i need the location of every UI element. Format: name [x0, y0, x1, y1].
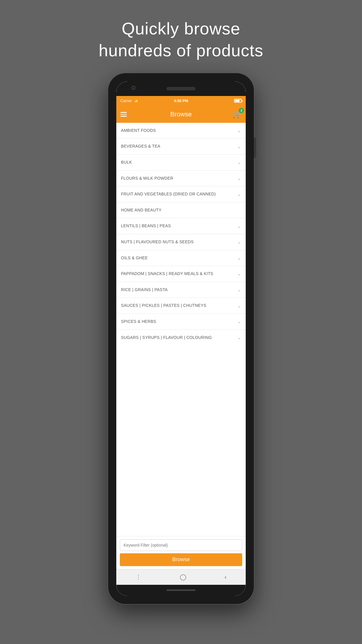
battery-icon	[234, 99, 242, 103]
hamburger-line-3	[120, 116, 127, 117]
nav-back-icon[interactable]: ‹	[224, 574, 226, 580]
category-label: HOME AND BEAUTY	[121, 207, 241, 213]
chevron-down-icon: ⌄	[237, 239, 241, 245]
hamburger-button[interactable]	[120, 112, 127, 117]
chevron-down-icon: ⌄	[237, 271, 241, 276]
status-time: 4:50 PM	[174, 99, 188, 103]
category-item[interactable]: FLOURS & MILK POWDER⌄	[116, 171, 246, 187]
category-item[interactable]: SUGARS | SYRUPS | FLAVOUR | COLOURING⌄	[116, 330, 246, 346]
phone-screen: Carrier 📶 4:50 PM Browse 🛒 3	[116, 81, 246, 596]
category-label: SPICES & HERBS	[121, 319, 237, 325]
chevron-down-icon: ⌄	[237, 128, 241, 133]
header-title: Browse	[170, 111, 191, 118]
category-item[interactable]: FRUIT AND VEGETABLES (DRIED OR CANNED)⌄	[116, 186, 246, 202]
chevron-down-icon: ⌄	[237, 335, 241, 340]
bottom-nav: ⋮ ◯ ‹	[116, 569, 246, 585]
category-item[interactable]: SAUCES | PICKLES | PASTES | CHUTNEYS⌄	[116, 298, 246, 314]
chevron-down-icon: ⌄	[237, 319, 241, 324]
chevron-down-icon: ⌄	[237, 255, 241, 261]
category-list: AMBIENT FOODS⌄BEVERAGES & TEA⌄BULK⌄FLOUR…	[116, 123, 246, 536]
category-item[interactable]: AMBIENT FOODS⌄	[116, 123, 246, 139]
category-label: RICE | GRAINS | PASTA	[121, 287, 237, 293]
chevron-down-icon: ⌄	[237, 176, 241, 181]
phone-camera	[131, 86, 136, 90]
category-item[interactable]: BEVERAGES & TEA⌄	[116, 139, 246, 155]
hamburger-line-2	[120, 114, 127, 115]
category-item[interactable]: LENTILS | BEANS | PEAS⌄	[116, 218, 246, 234]
category-label: BULK	[121, 160, 237, 165]
nav-recents-icon[interactable]: ⋮	[136, 573, 141, 580]
page-title-container: Quickly browse hundreds of products	[87, 0, 275, 73]
status-left: Carrier 📶	[120, 99, 138, 103]
category-item[interactable]: BULK⌄	[116, 155, 246, 171]
keyword-input[interactable]	[120, 539, 242, 551]
chevron-down-icon: ⌄	[237, 160, 241, 165]
category-label: AMBIENT FOODS	[121, 128, 237, 134]
category-label: FLOURS & MILK POWDER	[121, 176, 237, 181]
category-item[interactable]: RICE | GRAINS | PASTA⌄	[116, 282, 246, 298]
category-label: OILS & GHEE	[121, 255, 237, 261]
category-item[interactable]: SPICES & HERBS⌄	[116, 314, 246, 330]
page-title: Quickly browse hundreds of products	[99, 18, 263, 62]
phone-frame: Carrier 📶 4:50 PM Browse 🛒 3	[108, 73, 254, 604]
phone-top-decoration	[116, 81, 246, 96]
category-label: SUGARS | SYRUPS | FLAVOUR | COLOURING	[121, 335, 237, 341]
category-label: BEVERAGES & TEA	[121, 144, 237, 149]
category-item[interactable]: OILS & GHEE⌄	[116, 250, 246, 266]
chevron-down-icon: ⌄	[237, 303, 241, 309]
battery-fill	[235, 100, 240, 102]
status-right	[234, 99, 242, 103]
nav-home-icon[interactable]: ◯	[180, 573, 186, 580]
carrier-label: Carrier	[120, 99, 132, 103]
chevron-down-icon: ⌄	[237, 287, 241, 293]
chevron-down-icon: ⌄	[237, 191, 241, 197]
category-label: SAUCES | PICKLES | PASTES | CHUTNEYS	[121, 303, 237, 309]
category-label: LENTILS | BEANS | PEAS	[121, 223, 237, 229]
category-item[interactable]: PAPPADOM | SNACKS | READY MEALS & KITS⌄	[116, 266, 246, 282]
phone-speaker	[166, 87, 196, 90]
category-item[interactable]: HOME AND BEAUTY	[116, 202, 246, 218]
cart-container[interactable]: 🛒 3	[232, 110, 242, 119]
category-label: FRUIT AND VEGETABLES (DRIED OR CANNED)	[121, 191, 237, 197]
browse-button[interactable]: Browse	[120, 553, 242, 566]
category-label: PAPPADOM | SNACKS | READY MEALS & KITS	[121, 271, 237, 277]
chevron-down-icon: ⌄	[237, 223, 241, 229]
hamburger-line-1	[120, 112, 127, 113]
wifi-icon: 📶	[134, 99, 138, 103]
cart-badge: 3	[239, 108, 244, 113]
home-bar	[166, 589, 196, 591]
app-header: Browse 🛒 3	[116, 106, 246, 123]
filter-section: Browse	[116, 536, 246, 569]
category-item[interactable]: NUTS | FLAVOURED NUTS & SEEDS⌄	[116, 234, 246, 250]
category-label: NUTS | FLAVOURED NUTS & SEEDS	[121, 239, 237, 245]
status-bar: Carrier 📶 4:50 PM	[116, 96, 246, 106]
chevron-down-icon: ⌄	[237, 144, 241, 149]
phone-bottom-decoration	[116, 585, 246, 596]
